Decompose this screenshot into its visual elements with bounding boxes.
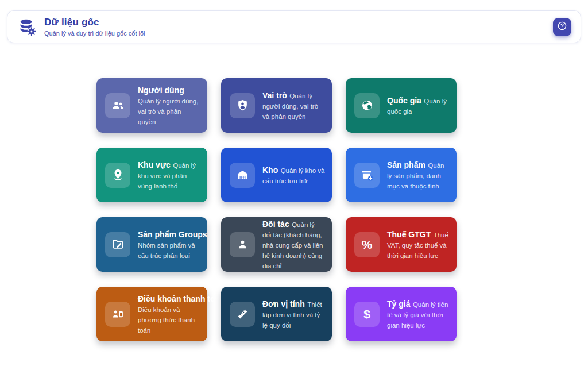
card-folder-edit[interactable]: Sản phẩm Groups Nhóm sản phẩm và cấu trú… xyxy=(96,217,207,272)
card-title: Đơn vị tính xyxy=(262,299,305,309)
card-product-add[interactable]: Sản phẩm Quản lý sản phẩm, danh mục và t… xyxy=(346,148,457,202)
help-button[interactable] xyxy=(553,18,571,36)
card-grid: Người dùng Quản lý người dùng, vai trò v… xyxy=(96,78,457,341)
card-title: Vai trò xyxy=(262,91,287,100)
card-text: Kho Quản lý kho và cấu trúc lưu trữ xyxy=(262,165,325,186)
database-gear-icon xyxy=(17,17,37,37)
card-description: Nhóm sản phẩm và cấu trúc phân loại xyxy=(138,242,195,259)
card-text: Sản phẩm Quản lý sản phẩm, danh mục và t… xyxy=(387,160,450,191)
card-contact[interactable]: Đối tác Quản lý đối tác (khách hàng, nhà… xyxy=(221,217,332,272)
card-ruler[interactable]: Đơn vị tính Thiết lập đơn vị tính và tỷ … xyxy=(221,287,332,341)
map-pin-icon xyxy=(105,163,130,188)
card-description: Quản lý người dùng, vai trò và phân quyề… xyxy=(138,98,198,125)
page-header: Dữ liệu gốc Quản lý và duy trì dữ liệu g… xyxy=(7,10,581,43)
product-add-icon xyxy=(354,163,380,188)
dollar-icon: $ xyxy=(354,302,380,327)
card-title: Quốc gia xyxy=(387,96,421,105)
card-title: Người dùng xyxy=(138,86,184,95)
card-title: Sản phẩm xyxy=(387,160,425,169)
card-dollar[interactable]: $ Tỷ giá Quản lý tiền tệ và tỷ giá với t… xyxy=(346,287,457,341)
card-text: Đối tác Quản lý đối tác (khách hàng, nhà… xyxy=(262,219,325,271)
card-warehouse[interactable]: Kho Quản lý kho và cấu trúc lưu trữ xyxy=(221,148,332,202)
card-users[interactable]: Người dùng Quản lý người dùng, vai trò v… xyxy=(96,78,207,133)
help-icon xyxy=(556,20,568,33)
globe-icon xyxy=(354,93,380,118)
card-title: Tỷ giá xyxy=(387,299,410,309)
card-title: Thuế GTGT xyxy=(387,230,431,239)
card-text: Đơn vị tính Thiết lập đơn vị tính và tỷ … xyxy=(262,299,325,330)
contact-icon xyxy=(230,232,255,257)
card-title: Khu vực xyxy=(138,160,171,169)
card-percent[interactable]: % Thuế GTGT Thuế VAT, quy tắc thuế và th… xyxy=(346,217,457,272)
card-shield-user[interactable]: Vai trò Quản lý người dùng, vai trò và p… xyxy=(221,78,332,133)
card-text: Tỷ giá Quản lý tiền tệ và tỷ giá với thờ… xyxy=(387,299,450,330)
card-globe[interactable]: Quốc gia Quản lý quốc gia xyxy=(346,78,457,133)
card-text: Khu vực Quản lý khu vực và phân vùng lãn… xyxy=(138,160,200,191)
card-payment-terms[interactable]: Điều khoản thanh to... Điều khoản và phư… xyxy=(96,287,207,341)
card-text: Thuế GTGT Thuế VAT, quy tắc thuế và thời… xyxy=(387,229,450,260)
card-title: Sản phẩm Groups xyxy=(138,230,207,239)
page-subtitle: Quản lý và duy trì dữ liệu gốc cốt lõi xyxy=(44,30,145,37)
card-description: Điều khoản và phương thức thanh toán xyxy=(138,306,195,334)
card-text: Sản phẩm Groups Nhóm sản phẩm và cấu trú… xyxy=(138,229,200,260)
page-title: Dữ liệu gốc xyxy=(44,17,145,28)
payment-terms-icon xyxy=(105,302,130,327)
warehouse-icon xyxy=(230,163,255,188)
ruler-icon xyxy=(230,302,255,327)
card-text: Người dùng Quản lý người dùng, vai trò v… xyxy=(138,85,200,126)
card-title: Kho xyxy=(262,165,278,175)
card-text: Vai trò Quản lý người dùng, vai trò và p… xyxy=(262,90,325,121)
card-title: Đối tác xyxy=(262,219,289,229)
shield-user-icon xyxy=(230,93,255,118)
card-text: Điều khoản thanh to... Điều khoản và phư… xyxy=(138,294,200,335)
percent-icon: % xyxy=(354,232,380,257)
card-title: Điều khoản thanh to... xyxy=(138,294,222,303)
card-map-pin[interactable]: Khu vực Quản lý khu vực và phân vùng lãn… xyxy=(96,148,207,202)
card-text: Quốc gia Quản lý quốc gia xyxy=(387,95,450,116)
header-text: Dữ liệu gốc Quản lý và duy trì dữ liệu g… xyxy=(44,17,145,37)
folder-edit-icon xyxy=(105,232,130,257)
users-icon xyxy=(105,93,130,118)
